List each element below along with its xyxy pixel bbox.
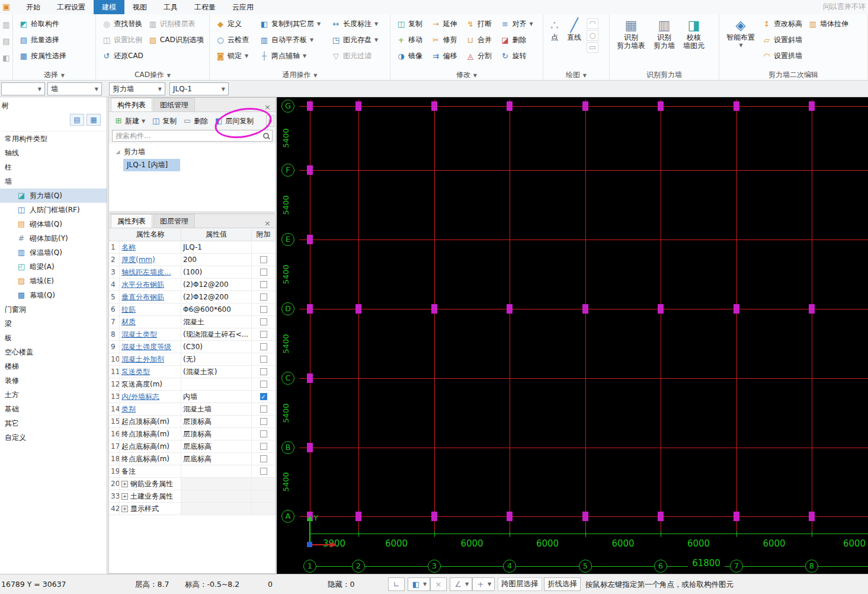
- column-axis-label[interactable]: 1: [303, 560, 316, 573]
- sidebar-item-stair[interactable]: 楼梯: [0, 359, 107, 373]
- property-row-20[interactable]: 20+钢筋业务属性: [109, 478, 276, 490]
- expand-icon[interactable]: +: [121, 493, 128, 500]
- cloud-check-button[interactable]: ○云检查: [214, 34, 257, 46]
- attach-checkbox[interactable]: [260, 381, 267, 388]
- select-by-property-button[interactable]: ▦按属性选择: [17, 50, 91, 62]
- attach-checkbox[interactable]: [260, 356, 267, 363]
- property-row-14[interactable]: 14类别混凝土墙: [109, 403, 276, 416]
- set-arch-wall-button[interactable]: ◠设置拱墙: [760, 50, 804, 62]
- sidebar-item-foundation[interactable]: 基础: [0, 402, 107, 416]
- wall-element[interactable]: [507, 512, 513, 521]
- break-button[interactable]: ↯打断: [464, 18, 497, 30]
- length-annotation-button[interactable]: ↔长度标注▼: [329, 18, 386, 30]
- selector-blank[interactable]: ▼: [1, 82, 45, 95]
- define-button[interactable]: ◆定义: [214, 18, 257, 30]
- column-axis-label[interactable]: 7: [730, 560, 743, 573]
- align-button[interactable]: ≡对齐▼: [498, 18, 539, 30]
- attach-checkbox[interactable]: [260, 281, 267, 288]
- property-value-cell[interactable]: 层顶标高: [181, 416, 252, 427]
- property-row-15[interactable]: 15起点顶标高(m)层顶标高: [109, 416, 276, 428]
- attach-checkbox[interactable]: [260, 293, 267, 301]
- attach-checkbox[interactable]: [260, 418, 267, 425]
- sidebar-item-slab[interactable]: 板: [0, 331, 107, 345]
- point-snap-button[interactable]: +▼: [472, 577, 495, 591]
- property-value-cell[interactable]: 内墙: [181, 391, 252, 403]
- attach-checkbox[interactable]: [260, 443, 267, 450]
- property-row-11[interactable]: 11泵送类型(混凝土泵): [109, 366, 276, 378]
- ribbon-group-label-cad[interactable]: CAD操作 ▼: [96, 70, 209, 80]
- recognize-shear-wall-button[interactable]: ▥识别剪力墙: [651, 16, 678, 52]
- property-row-2[interactable]: 2厚度(mm)200: [109, 254, 276, 266]
- property-value-cell[interactable]: JLQ-1: [181, 241, 252, 253]
- wall-element[interactable]: [734, 512, 739, 521]
- attach-checkbox[interactable]: [260, 430, 267, 437]
- property-value-cell[interactable]: (100): [181, 266, 252, 278]
- trim-button[interactable]: ✂修剪: [429, 34, 462, 46]
- property-row-19[interactable]: 19备注: [109, 465, 276, 478]
- cross-snap-button[interactable]: ×: [430, 577, 447, 591]
- sidebar-item-other[interactable]: 其它: [0, 416, 107, 430]
- property-value-cell[interactable]: (无): [181, 353, 252, 365]
- property-row-3[interactable]: 3轴线距左墙皮...(100): [109, 266, 276, 279]
- angle-snap-button[interactable]: ∠▼: [450, 577, 472, 591]
- tree-item-jlq-1[interactable]: JLQ-1 [内墙]: [123, 159, 180, 171]
- wall-element[interactable]: [507, 304, 513, 314]
- selector-category[interactable]: 墙▼: [47, 82, 102, 95]
- property-value-cell[interactable]: [181, 378, 252, 390]
- wall-element[interactable]: [307, 443, 313, 452]
- wall-element[interactable]: [582, 304, 588, 314]
- recognize-shear-wall-table-button[interactable]: ▦识别剪力墙表: [614, 16, 648, 52]
- lock-button[interactable]: ◙锁定▼: [214, 50, 257, 62]
- wall-element[interactable]: [658, 101, 664, 111]
- wall-element[interactable]: [734, 101, 739, 111]
- line-tool-button[interactable]: ╱直线: [564, 16, 584, 43]
- copy-component-button[interactable]: ◫复制: [151, 116, 177, 126]
- property-value-cell[interactable]: 200: [181, 254, 252, 266]
- expand-icon[interactable]: +: [121, 506, 128, 512]
- wall-element[interactable]: [307, 101, 313, 111]
- tab-property-list[interactable]: 属性列表: [111, 214, 152, 228]
- menu-tab-project-settings[interactable]: 工程设置: [49, 0, 94, 14]
- tab-drawing-management[interactable]: 图纸管理: [153, 98, 195, 111]
- extend-button[interactable]: →延伸: [429, 18, 462, 30]
- property-row-13[interactable]: 13内/外墙标志内墙✓: [109, 391, 276, 403]
- tree-node-shear-wall[interactable]: ◢ 剪力墙: [109, 146, 276, 158]
- restore-cad-button[interactable]: ↺还原CAD: [100, 50, 145, 62]
- property-row-7[interactable]: 7材质混凝土: [109, 316, 276, 328]
- wall-element[interactable]: [431, 101, 437, 111]
- attach-checkbox[interactable]: [260, 368, 267, 375]
- element-filter-button[interactable]: ▽图元过滤: [329, 50, 386, 62]
- wall-element[interactable]: [809, 101, 815, 111]
- column-axis-label[interactable]: 6: [654, 560, 667, 573]
- wall-element[interactable]: [658, 304, 664, 314]
- sidebar-item-masonry-rebar[interactable]: #砌体加筋(Y): [0, 231, 107, 245]
- menu-tab-cloud[interactable]: 云应用: [224, 0, 262, 14]
- wall-element[interactable]: [809, 512, 815, 521]
- new-component-button[interactable]: ⊞新建▼: [114, 116, 145, 126]
- sidebar-item-door-frame-wall[interactable]: ◫人防门框墙(RF): [0, 203, 107, 217]
- selector-component[interactable]: JLQ-1▼: [169, 82, 229, 95]
- row-axis-label[interactable]: A: [281, 510, 294, 523]
- tree-expander-icon[interactable]: ◢: [115, 147, 121, 157]
- sidebar-item-axis[interactable]: 轴线: [0, 146, 107, 160]
- set-scale-button[interactable]: ◫设置比例: [100, 34, 145, 46]
- wall-element[interactable]: [431, 512, 437, 521]
- expand-icon[interactable]: +: [121, 481, 128, 487]
- rotate-button[interactable]: ↻旋转: [498, 50, 539, 62]
- sidebar-item-curtain-wall[interactable]: ▩幕墙(Q): [0, 288, 107, 302]
- sidebar-item-hollow-floor[interactable]: 空心楼盖: [0, 345, 107, 359]
- wall-element[interactable]: [355, 304, 361, 314]
- property-row-33[interactable]: 33+土建业务属性: [109, 490, 276, 503]
- find-replace-button[interactable]: ◎查找替换: [100, 18, 145, 30]
- property-value-cell[interactable]: 混凝土: [181, 316, 252, 328]
- property-value-cell[interactable]: (现浇混凝土碎石<...: [181, 328, 252, 340]
- wall-element[interactable]: [734, 304, 739, 314]
- sidebar-item-decoration[interactable]: 装修: [0, 373, 107, 388]
- property-row-9[interactable]: 9混凝土强度等级(C30): [109, 341, 276, 353]
- polyline-select-button[interactable]: 折线选择: [544, 577, 581, 591]
- sidebar-item-insulation-wall[interactable]: ▥保温墙(Q): [0, 245, 107, 260]
- tab-layer-management[interactable]: 图层管理: [153, 214, 195, 228]
- sidebar-item-masonry-wall[interactable]: ▤砌体墙(Q): [0, 217, 107, 231]
- tab-component-list[interactable]: 构件列表: [111, 98, 152, 111]
- property-row-1[interactable]: 1名称JLQ-1: [109, 241, 276, 254]
